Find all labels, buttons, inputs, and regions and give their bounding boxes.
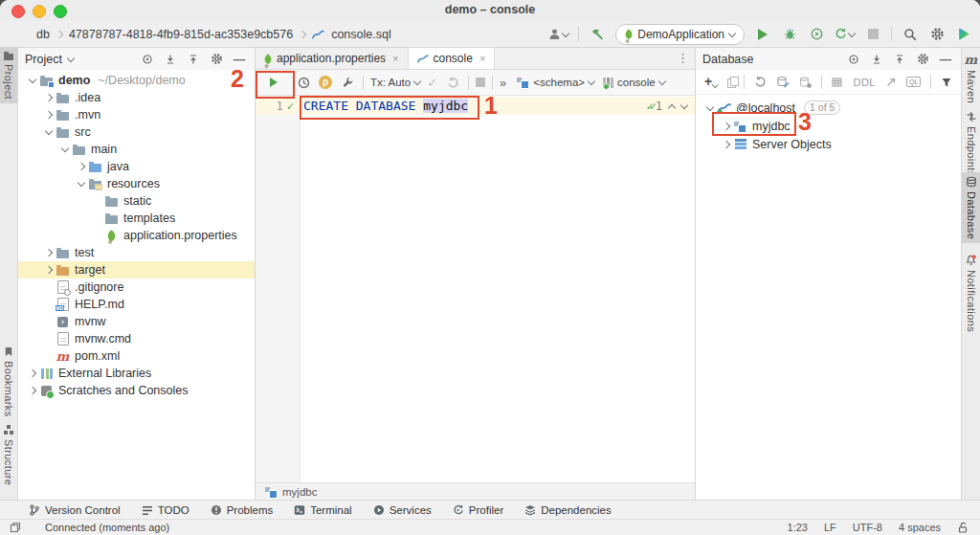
tree-item-mvn[interactable]: .mvn: [18, 106, 255, 123]
chevron-down-icon[interactable]: [706, 102, 714, 110]
user-account-icon[interactable]: [548, 26, 568, 43]
code-editor[interactable]: 1 ✓ CREATE DATABASE myjdbc ✓✓1: [256, 96, 695, 482]
more-actions[interactable]: »: [500, 76, 506, 90]
tree-item-target[interactable]: target: [18, 261, 255, 279]
execute-statement-button[interactable]: [265, 74, 282, 91]
tool-strip-bookmarks[interactable]: Bookmarks: [0, 343, 17, 421]
tool-strip-endpoints[interactable]: Endpoints: [962, 107, 980, 181]
tree-item-help-md[interactable]: HELP.md: [18, 296, 255, 313]
chevron-right-icon[interactable]: [45, 94, 53, 101]
tool-strip-maven[interactable]: m Maven: [962, 50, 980, 107]
prev-problem-icon[interactable]: [668, 103, 676, 111]
expand-all-icon[interactable]: [868, 51, 885, 68]
tree-item-java[interactable]: java: [18, 158, 255, 175]
build-hammer-icon[interactable]: [589, 26, 606, 43]
toolwindow-problems[interactable]: Problems: [211, 504, 274, 516]
profile-button[interactable]: [808, 26, 825, 43]
tab-console[interactable]: console ×: [409, 48, 496, 69]
chevron-down-icon[interactable]: [78, 179, 85, 187]
tool-strip-notifications[interactable]: Notifications: [962, 251, 980, 336]
locate-object-icon[interactable]: [845, 51, 862, 68]
stop-button[interactable]: [864, 26, 881, 43]
tree-item-mvnw[interactable]: › mvnw: [18, 313, 255, 330]
tree-item-scratches[interactable]: Scratches and Consoles: [18, 382, 255, 399]
tree-item-resources[interactable]: resources: [18, 175, 255, 192]
toolwindow-todo[interactable]: TODO: [142, 504, 189, 516]
locate-file-icon[interactable]: [139, 51, 156, 68]
tool-strip-project[interactable]: Project: [0, 48, 17, 103]
editor-schema-footer[interactable]: myjdbc: [256, 482, 695, 500]
tree-item-static[interactable]: static: [18, 192, 255, 210]
chevron-right-icon[interactable]: [45, 111, 53, 119]
hide-panel-icon[interactable]: —: [937, 51, 954, 68]
wrench-settings-icon[interactable]: [339, 74, 356, 91]
breadcrumb-file[interactable]: console.sql: [331, 28, 391, 41]
tree-item-idea[interactable]: .idea: [18, 89, 255, 106]
duplicate-icon[interactable]: [727, 77, 734, 87]
code-line-1[interactable]: 1 ✓ CREATE DATABASE myjdbc: [256, 97, 695, 115]
session-selector[interactable]: console: [603, 77, 665, 88]
filter-funnel-icon[interactable]: [941, 77, 952, 88]
close-tab-icon[interactable]: ×: [479, 53, 485, 64]
jump-to-console-icon[interactable]: [885, 77, 897, 88]
collapse-all-icon[interactable]: [891, 51, 908, 68]
chevron-right-icon[interactable]: [78, 163, 85, 170]
tool-strip-database[interactable]: Database: [962, 172, 980, 243]
tree-item-templates[interactable]: templates: [18, 210, 255, 227]
ddl-button[interactable]: DDL: [853, 77, 876, 88]
new-datasource-button[interactable]: +: [704, 78, 718, 87]
settings-gear-icon[interactable]: [928, 26, 946, 43]
table-icon[interactable]: [831, 77, 843, 88]
chevron-right-icon[interactable]: [723, 122, 730, 129]
query-console-icon[interactable]: QL: [906, 77, 921, 87]
chevron-down-icon[interactable]: [45, 127, 53, 135]
line-separator[interactable]: LF: [824, 522, 836, 533]
detach-icon[interactable]: [799, 77, 812, 88]
panel-settings-gear-icon[interactable]: [914, 51, 931, 68]
toolwindow-services[interactable]: Services: [373, 504, 432, 516]
tree-item-application-properties[interactable]: application.properties: [18, 227, 255, 244]
toolwindow-profiler[interactable]: Profiler: [453, 504, 503, 516]
caret-position[interactable]: 1:23: [788, 522, 808, 533]
close-tab-icon[interactable]: ×: [392, 53, 398, 64]
parameters-icon[interactable]: p: [319, 76, 332, 89]
tx-mode-selector[interactable]: Tx: Auto: [370, 77, 420, 88]
tree-item-gitignore[interactable]: .gitignore: [18, 279, 255, 296]
run-configuration-selector[interactable]: DemoApplication: [615, 24, 745, 45]
tree-item-external-libraries[interactable]: External Libraries: [18, 365, 255, 382]
collapse-all-icon[interactable]: [185, 51, 202, 68]
status-message[interactable]: Connected (moments ago): [45, 522, 169, 533]
modify-datasource-icon[interactable]: [776, 76, 790, 88]
tree-item-pom-xml[interactable]: m pom.xml: [18, 347, 255, 365]
chevron-down-icon[interactable]: [61, 145, 69, 152]
db-item-server-objects[interactable]: Server Objects: [696, 135, 961, 153]
hide-panel-icon[interactable]: —: [231, 51, 248, 68]
gradient-play-icon[interactable]: [955, 26, 972, 43]
chevron-right-icon[interactable]: [45, 249, 53, 256]
tab-options-icon[interactable]: ⋮: [677, 51, 689, 65]
chevron-right-icon[interactable]: [723, 140, 730, 147]
run-button[interactable]: [754, 26, 771, 43]
tree-item-test[interactable]: test: [18, 244, 255, 261]
tab-application-properties[interactable]: application.properties ×: [256, 48, 409, 69]
rollback-icon[interactable]: [444, 74, 461, 91]
next-problem-icon[interactable]: [680, 101, 688, 109]
tree-item-main[interactable]: main: [18, 141, 255, 158]
breadcrumb-db[interactable]: db: [36, 28, 50, 41]
project-panel-title[interactable]: Project: [25, 53, 62, 66]
db-item-myjdbc[interactable]: myjdbc: [696, 117, 961, 135]
schema-selector[interactable]: <schema>: [517, 77, 594, 88]
run-with-coverage-button[interactable]: [835, 26, 855, 43]
chevron-right-icon[interactable]: [45, 266, 53, 274]
expand-all-icon[interactable]: [162, 51, 179, 68]
history-clock-icon[interactable]: [295, 74, 312, 91]
tree-item-mvnw-cmd[interactable]: mvnw.cmd: [18, 330, 255, 347]
tree-item-src[interactable]: src: [18, 123, 255, 141]
panel-settings-gear-icon[interactable]: [208, 51, 225, 68]
inspections-widget[interactable]: ✓✓1: [647, 100, 687, 113]
debug-button[interactable]: [781, 26, 798, 43]
toolwindow-dependencies[interactable]: Dependencies: [524, 504, 612, 516]
chevron-right-icon[interactable]: [29, 387, 36, 394]
file-encoding[interactable]: UTF-8: [853, 522, 882, 533]
window-layout-icon[interactable]: [10, 522, 21, 533]
